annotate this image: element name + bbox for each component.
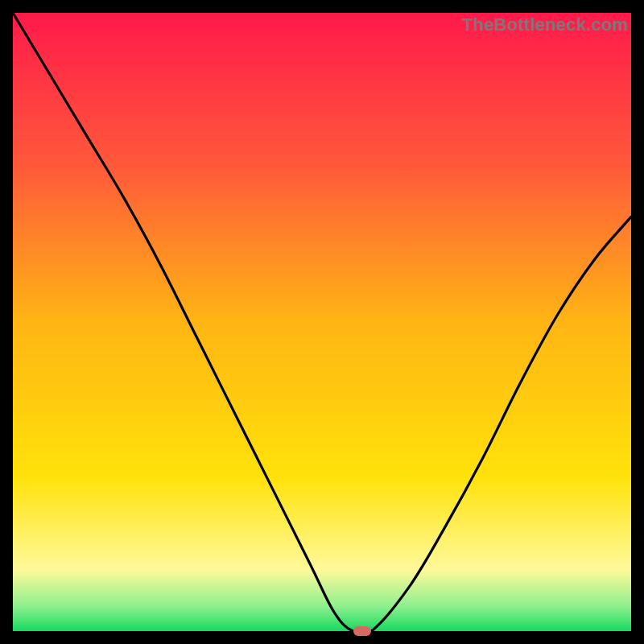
watermark-label: TheBottleneck.com <box>462 14 628 35</box>
bottleneck-curve <box>13 13 631 631</box>
plot-area: TheBottleneck.com <box>13 13 631 631</box>
optimum-marker <box>353 626 371 636</box>
chart-stage: TheBottleneck.com <box>0 0 644 644</box>
